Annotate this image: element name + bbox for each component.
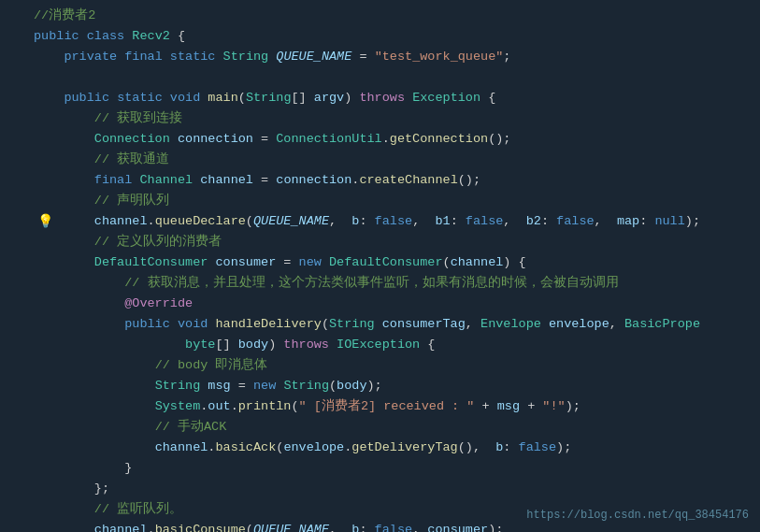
code-line: public void handleDelivery(String consum… <box>34 314 751 335</box>
code-line: System.out.println(" [消费者2] received : "… <box>34 396 751 417</box>
url-watermark: https://blog.csdn.net/qq_38454176 <box>526 507 749 525</box>
code-line: @Override <box>34 294 751 314</box>
code-line: Connection connection = ConnectionUtil.g… <box>34 129 751 150</box>
code-line: channel.basicAck(envelope.getDeliveryTag… <box>34 438 751 458</box>
code-line: // body 即消息体 <box>34 355 751 376</box>
code-line: DefaultConsumer consumer = new DefaultCo… <box>34 252 751 273</box>
code-line: // 获取到连接 <box>34 108 751 129</box>
code-line: String msg = new String(body); <box>34 376 751 396</box>
code-line: private final static String QUEUE_NAME =… <box>34 47 751 67</box>
code-line: public class Recv2 { <box>34 26 751 47</box>
code-line: 💡 channel.queueDeclare(QUEUE_NAME, b: fa… <box>34 211 751 232</box>
code-line: // 获取通道 <box>34 150 751 170</box>
code-editor: //消费者2public class Recv2 { private final… <box>0 0 760 532</box>
code-line: //消费者2 <box>34 6 751 26</box>
hint-bulb-icon: 💡 <box>37 211 53 232</box>
code-line: public static void main(String[] argv) t… <box>34 88 751 108</box>
code-line: // 获取消息，并且处理，这个方法类似事件监听，如果有消息的时候，会被自动调用 <box>34 273 751 294</box>
code-line: }; <box>34 479 751 499</box>
code-line: } <box>34 458 751 479</box>
code-line: // 声明队列 <box>34 191 751 211</box>
code-line: final Channel channel = connection.creat… <box>34 170 751 191</box>
code-line <box>34 67 751 88</box>
code-line: // 定义队列的消费者 <box>34 232 751 252</box>
code-line: byte[] body) throws IOException { <box>34 335 751 355</box>
code-line: // 手动ACK <box>34 417 751 438</box>
